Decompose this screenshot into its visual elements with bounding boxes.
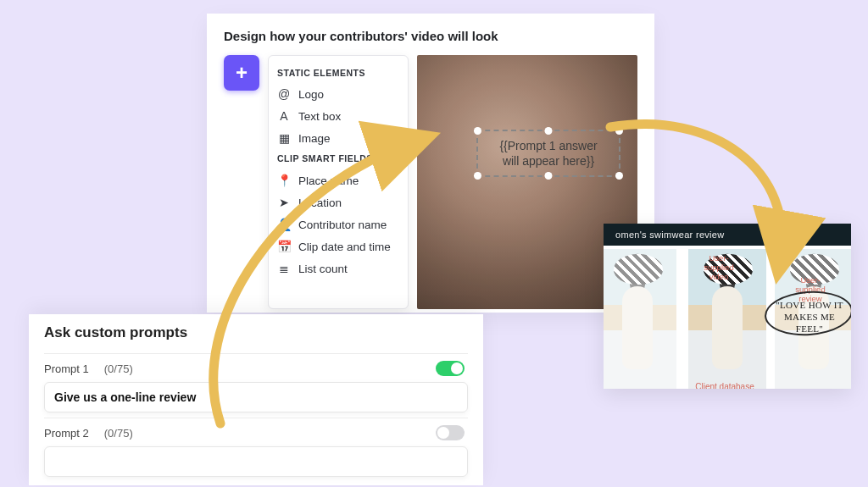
tag-client-db: Client database [687,382,763,390]
prompt-label: Prompt 1 [44,362,89,375]
bolt-icon: ⚡ [376,152,390,164]
preview-photo [604,249,676,389]
custom-prompts-panel: Ask custom prompts Prompt 1(0/75)Give us… [29,314,483,485]
menu-item-contributor-name[interactable]: 👤Contributor name [277,213,403,235]
element-menu: STATIC ELEMENTS @LogoAText box▦Image CLI… [268,55,409,309]
prompt-toggle[interactable] [436,361,465,376]
static-elements-header: STATIC ELEMENTS [277,68,403,78]
place-name-icon: 📍 [277,174,291,187]
review-quote: "LOVE HOW IT MAKES ME FEEL" [773,300,846,335]
clip-date-time-icon: 📅 [277,240,291,253]
prompt-row-1: Prompt 1(0/75)Give us a one-line review [44,353,468,418]
prompt-row-2: Prompt 2(0/75) [44,418,468,482]
result-preview-panel: omen's swimwear review User-suppliedvide… [604,224,851,389]
contributor-name-icon: 👤 [277,218,291,231]
placeholder-text: {{Prompt 1 answer will appear here}} [499,138,597,169]
menu-item-location[interactable]: ➤Location [277,191,403,213]
prompts-title: Ask custom prompts [44,324,468,341]
menu-item-label: Text box [298,110,341,123]
menu-item-label: List count [298,263,348,275]
location-icon: ➤ [277,196,291,209]
selection-handle[interactable] [545,172,553,180]
selection-handle[interactable] [615,172,623,180]
prompt-counter: (0/75) [104,427,133,440]
prompt-toggle[interactable] [436,425,465,440]
selection-handle[interactable] [474,127,481,135]
prompt-placeholder-field[interactable]: {{Prompt 1 answer will appear here}} [476,130,620,177]
menu-item-label: Place name [298,174,359,187]
selection-handle[interactable] [545,127,553,135]
selection-handle[interactable] [474,172,481,180]
menu-item-text-box[interactable]: AText box [277,105,403,127]
video-designer-panel: Design how your contributors' video will… [207,14,654,313]
designer-body: + STATIC ELEMENTS @LogoAText box▦Image C… [224,55,637,309]
plus-icon: + [236,61,248,85]
result-banner: omen's swimwear review [604,224,851,246]
menu-item-label: Image [298,132,331,145]
text-box-icon: A [277,109,291,123]
result-body: User-suppliedvideo User-suppliedreview C… [604,246,851,389]
menu-item-clip-date-time[interactable]: 📅Clip date and time [277,235,403,257]
menu-item-label: Location [298,196,342,209]
menu-item-label: Clip date and time [298,241,391,253]
menu-item-logo[interactable]: @Logo [277,83,403,105]
menu-item-image[interactable]: ▦Image [277,127,403,149]
logo-icon: @ [277,87,291,101]
tag-user-video: User-suppliedvideo [693,254,744,282]
menu-item-label: Contributor name [298,219,387,231]
menu-item-list-count[interactable]: ≣List count [277,257,403,279]
prompt-input[interactable]: Give us a one-line review [44,382,468,412]
prompt-counter: (0/75) [104,362,133,375]
selection-handle[interactable] [615,127,623,135]
menu-item-place-name[interactable]: 📍Place name [277,169,403,191]
image-icon: ▦ [277,131,291,145]
list-count-icon: ≣ [277,262,291,275]
menu-item-label: Logo [298,88,324,101]
prompt-label: Prompt 2 [44,427,89,440]
designer-title: Design how your contributors' video will… [224,29,637,43]
smart-fields-header: CLIP SMART FIELDS ⚡ [277,152,403,164]
add-element-button[interactable]: + [224,55,259,91]
prompt-input[interactable] [44,446,468,477]
